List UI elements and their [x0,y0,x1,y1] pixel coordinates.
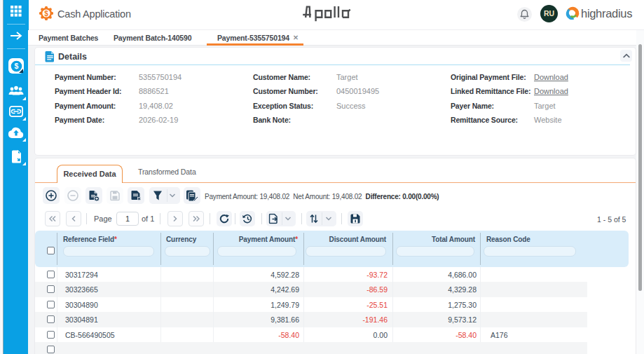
svg-text:$: $ [44,10,48,18]
